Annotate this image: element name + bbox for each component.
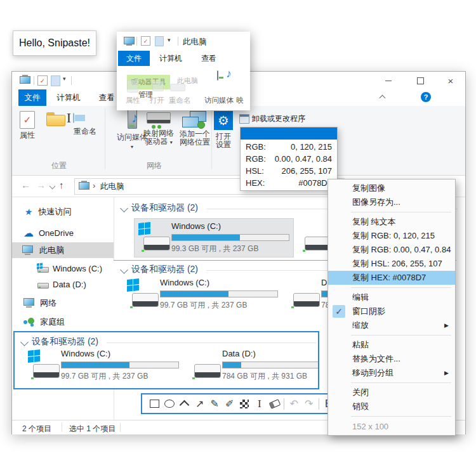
properties-button[interactable]: ✓ 属性 (18, 111, 36, 140)
divider (71, 76, 72, 85)
redo-icon: ↷ (305, 398, 313, 410)
menu-item-close[interactable]: 关闭 (328, 386, 455, 400)
media-pc-icon (217, 70, 218, 81)
onedrive-cloud-icon: ☁ (23, 227, 34, 239)
access-media-label: 访问媒体 (204, 96, 234, 105)
marker-tool-button[interactable]: ✐ (222, 397, 237, 411)
menu-item-edit[interactable]: 编辑 (328, 290, 455, 304)
section-header[interactable]: 设备和驱动器 (2) (131, 202, 198, 214)
drive-icon (189, 350, 222, 381)
drive-d-icon (37, 281, 49, 289)
menu-item-zoom[interactable]: 缩放 ▶ (328, 318, 455, 332)
uninstall-program-button[interactable]: 卸载或更改程序 (239, 114, 305, 124)
context-menu: 复制图像 图像另存为... 复制 纯文本 复制 RGB: 0, 120, 215… (327, 179, 456, 436)
text-tool-button[interactable]: I (252, 397, 267, 411)
qat-customize-caret-icon[interactable]: ▾ (63, 75, 66, 82)
menu-item-copy-rgb-float[interactable]: 复制 RGB: 0.00, 0.47, 0.84 (328, 243, 455, 257)
rectangle-tool-button[interactable] (147, 397, 162, 411)
color-row-rgb-float: RGB:0.00, 0.47, 0.84 (246, 154, 332, 166)
menu-separator (351, 382, 451, 383)
qat-properties-icon[interactable]: ✓ (37, 75, 48, 86)
music-note-icon: ♪ (226, 67, 232, 81)
drive-tile-windows-c[interactable]: Windows (C:) 99.3 GB 可用 , 共 237 GB (134, 218, 294, 257)
menu-item-copy-rgb[interactable]: 复制 RGB: 0, 120, 215 (328, 229, 455, 243)
qat-new-folder-icon[interactable] (51, 75, 60, 86)
forward-icon[interactable]: → (36, 179, 46, 190)
sidebar-item-onedrive[interactable]: ☁ OneDrive (12, 225, 114, 241)
breadcrumb-this-pc[interactable]: 此电脑 (100, 181, 124, 192)
sidebar-item-data-d[interactable]: Data (D:) (12, 277, 114, 292)
collapse-section-icon[interactable] (120, 204, 128, 212)
sidebar-item-quick-access[interactable]: ★ 快速访问 (12, 204, 114, 219)
program-icon (239, 114, 249, 124)
partial-label: 映 (236, 96, 244, 105)
windows-logo-icon (28, 349, 40, 363)
quick-access-star-icon: ★ (24, 207, 34, 217)
open-settings-button[interactable]: ⚙ 打开 设置 (214, 111, 233, 149)
minimize-button[interactable] (373, 72, 404, 89)
menu-item-move-to-group[interactable]: 移动到分组 ▶ (328, 366, 455, 380)
qat-properties-icon: ✓ (141, 36, 150, 46)
sidebar-item-homegroup[interactable]: 家庭组 (12, 314, 114, 330)
hello-snipaste-snip[interactable]: Hello, Snipaste! (13, 30, 96, 56)
menu-item-copy-hsl[interactable]: 复制 HSL: 206, 255, 107 (328, 257, 455, 271)
back-icon[interactable]: ← (21, 179, 30, 190)
rectangle-icon (150, 400, 159, 408)
windows-logo-icon (138, 222, 150, 235)
ghost-properties-icon (127, 80, 138, 93)
maximize-button[interactable] (404, 72, 436, 89)
arrow-icon: ↗ (195, 398, 204, 410)
color-swatch (241, 127, 337, 140)
caret-down-icon: ▾ (170, 140, 173, 145)
map-network-drive-button[interactable]: 映射网络 驱动器 ▾ (143, 112, 175, 147)
mosaic-tool-button[interactable] (237, 397, 253, 411)
menu-item-save-image-as[interactable]: 图像另存为... (328, 195, 455, 209)
undo-button[interactable]: ↶ (286, 397, 301, 411)
menu-item-copy-hex[interactable]: 复制 HEX: #0078D7 (328, 271, 455, 285)
arrow-tool-button[interactable]: ↗ (192, 397, 208, 411)
eraser-tool-button[interactable] (267, 397, 282, 411)
help-button[interactable]: ? (421, 92, 431, 102)
menu-item-paste[interactable]: 粘贴 (328, 338, 455, 352)
windows-logo-icon (127, 278, 139, 292)
help-icon: ? (424, 93, 428, 101)
drive-icon (138, 223, 171, 253)
tab-file[interactable]: 文件 (18, 89, 46, 106)
sidebar-item-network[interactable]: 网络 (12, 295, 114, 311)
menu-item-window-shadow[interactable]: ✓ 窗口阴影 (328, 304, 455, 318)
polyline-tool-button[interactable] (177, 397, 192, 411)
close-button[interactable]: × (436, 72, 465, 89)
tab-view: 查看 (194, 51, 223, 66)
windows-logo-icon (37, 263, 43, 269)
open-button[interactable]: 打开 (46, 112, 65, 126)
up-icon[interactable]: ↑ (59, 179, 64, 190)
redo-button[interactable]: ↷ (301, 397, 317, 411)
menu-item-replace-with-file[interactable]: 替换为文件... (328, 352, 455, 366)
menu-item-copy-image[interactable]: 复制图像 (328, 181, 455, 195)
active-snip-selection[interactable]: 设备和驱动器 (2) Windows (C:) 99.7 GB 可用 , 共 2… (13, 331, 319, 389)
menu-item-copy-plain-text[interactable]: 复制 纯文本 (328, 215, 455, 229)
color-info-popup[interactable]: RGB:0, 120, 215 RGB:0.00, 0.47, 0.84 HSL… (240, 127, 338, 191)
sidebar-item-this-pc[interactable]: 此电脑 (12, 242, 114, 258)
menu-item-destroy[interactable]: 销毁 (328, 400, 455, 414)
add-network-location-button[interactable]: 添加一个 网络位置 (178, 111, 211, 147)
this-pc-icon (22, 245, 33, 255)
recent-locations-icon[interactable] (50, 183, 56, 190)
check-icon: ✓ (333, 305, 345, 318)
tab-computer[interactable]: 计算机 (49, 89, 88, 106)
divider (105, 108, 105, 169)
collapse-ribbon-icon[interactable] (380, 95, 386, 101)
minimize-icon (385, 81, 392, 81)
drive-tile-data-d: Data (D:) 784 GB 可用 , 共 931 GB (185, 346, 319, 384)
hello-text: Hello, Snipaste! (19, 37, 90, 49)
rename-button[interactable]: I 重命名 (73, 114, 97, 136)
ghost-open-icon (152, 81, 164, 91)
pinned-snip-ribbon[interactable]: ✓ ▾ 此电脑 文件 计算机 查看 驱动器工具 此电脑 ♪ 管理 属性 打开 重… (117, 32, 250, 110)
ellipse-tool-button[interactable] (162, 397, 178, 411)
gear-icon: ⚙ (214, 111, 233, 130)
network-drive-icon (147, 112, 171, 124)
pencil-tool-button[interactable]: ✎ (207, 397, 222, 411)
ghost-rename-label: 重命名 (169, 96, 191, 105)
sidebar-item-windows-c[interactable]: Windows (C:) (12, 261, 114, 277)
divider (34, 76, 34, 85)
